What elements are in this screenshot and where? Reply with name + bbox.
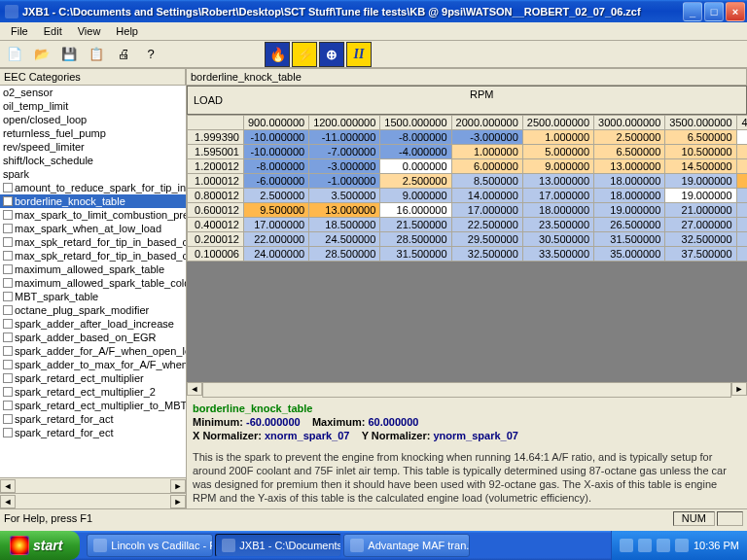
grid-cell[interactable]: 30.500000: [522, 232, 593, 247]
grid-cell[interactable]: 9.000000: [522, 159, 593, 174]
new-button[interactable]: 📄: [4, 44, 25, 65]
col-header[interactable]: 900.000000: [244, 116, 309, 130]
grid-cell[interactable]: 18.000000: [594, 189, 665, 203]
grid-cell[interactable]: -3.000000: [451, 130, 522, 145]
grid-cell[interactable]: -3.000000: [309, 159, 380, 174]
grid-cell[interactable]: 23.500000: [522, 218, 593, 232]
row-header[interactable]: 0.600012: [188, 203, 244, 218]
tree-item[interactable]: spark_retard_ect_multiplier_2: [0, 385, 186, 399]
grid-cell[interactable]: 31.500000: [380, 247, 451, 262]
col-header[interactable]: 1500.000000: [380, 116, 451, 130]
checkbox-icon[interactable]: [3, 414, 13, 424]
tree-item[interactable]: spark_retard_ect_multiplier_to_MBT: [0, 399, 186, 412]
grid-cell[interactable]: 17.000000: [244, 218, 309, 232]
grid-cell[interactable]: 8.500000: [451, 174, 522, 189]
grid-cell[interactable]: 14.000000: [451, 189, 522, 203]
grid-cell[interactable]: 32.500000: [451, 247, 522, 262]
grid-cell[interactable]: 24.000000: [244, 247, 309, 262]
checkbox-icon[interactable]: [3, 237, 13, 247]
tree-item[interactable]: spark_adder_for_A/F_when_open_loop: [0, 344, 186, 358]
grid-cell[interactable]: -6.000000: [244, 174, 309, 189]
save-button[interactable]: 💾: [58, 44, 80, 65]
sidebar-bottom-hscroll[interactable]: ◄ ►: [0, 493, 186, 508]
grid-cell[interactable]: 19.000000: [594, 203, 665, 218]
grid-cell[interactable]: 13.000000: [594, 159, 665, 174]
checkbox-icon[interactable]: [3, 196, 13, 206]
tree-item[interactable]: max_spk_retard_for_tip_in_based_on_air_: [0, 235, 186, 249]
grid-cell[interactable]: 33.500000: [522, 247, 593, 262]
taskbar-button[interactable]: Lincoln vs Cadillac - R...: [87, 534, 213, 557]
checkbox-icon[interactable]: [3, 346, 13, 356]
grid-cell[interactable]: -10.000000: [244, 130, 309, 145]
row-header[interactable]: 0.200012: [188, 232, 244, 247]
grid-cell[interactable]: 10.500000: [665, 145, 736, 159]
tree-item[interactable]: shift/lock_schedule: [0, 154, 186, 167]
taskbar-button[interactable]: Advantage MAF tran...: [343, 534, 470, 557]
grid-cell[interactable]: 3.500000: [309, 189, 380, 203]
tree-item[interactable]: spark_adder_based_on_EGR: [0, 331, 186, 344]
grid-cell[interactable]: 33.5000: [736, 232, 747, 247]
tree-item[interactable]: spark_retard_for_ect: [0, 426, 186, 439]
feature-icon-4[interactable]: II: [346, 42, 372, 67]
checkbox-icon[interactable]: [3, 210, 13, 220]
grid-cell[interactable]: 6.000000: [451, 159, 522, 174]
print-button[interactable]: 🖨: [113, 44, 134, 65]
grid-cell[interactable]: 17.000000: [451, 203, 522, 218]
grid-cell[interactable]: 9.000000: [380, 189, 451, 203]
scroll-right-icon[interactable]: ►: [170, 495, 186, 508]
checkbox-icon[interactable]: [3, 278, 13, 288]
scroll-left-icon[interactable]: ◄: [0, 495, 16, 508]
grid-cell[interactable]: -8.000000: [244, 159, 309, 174]
tray-icon[interactable]: [620, 539, 633, 552]
tree-item[interactable]: spark: [0, 167, 186, 181]
tree-item[interactable]: amount_to_reduce_spark_for_tip_in_cntrl: [0, 181, 186, 194]
grid-cell[interactable]: 8.5000: [736, 130, 747, 145]
tree-item[interactable]: maximum_allowed_spark_table: [0, 262, 186, 276]
menu-view[interactable]: View: [71, 24, 108, 38]
row-header[interactable]: 1.595001: [188, 145, 244, 159]
grid-cell[interactable]: 21.000000: [665, 203, 736, 218]
scroll-right-icon[interactable]: ►: [731, 382, 747, 396]
close-button[interactable]: ×: [726, 2, 745, 21]
checkbox-icon[interactable]: [3, 292, 13, 301]
row-header[interactable]: 1.999390: [188, 130, 244, 145]
tree-item[interactable]: open/closed_loop: [0, 113, 186, 126]
tree-item[interactable]: spark_retard_for_act: [0, 412, 186, 426]
grid-cell[interactable]: 13.000000: [522, 174, 593, 189]
grid-cell[interactable]: -4.000000: [380, 145, 451, 159]
feature-icon-2[interactable]: ⚡: [292, 42, 317, 67]
help-icon[interactable]: ?: [140, 44, 161, 65]
minimize-button[interactable]: _: [683, 2, 702, 21]
grid-cell[interactable]: 22.000000: [244, 232, 309, 247]
grid-cell[interactable]: 21.0000: [736, 189, 747, 203]
grid-cell[interactable]: 19.000000: [665, 174, 736, 189]
checkbox-icon[interactable]: [3, 373, 13, 383]
tree-item[interactable]: max_spk_retard_for_tip_in_based_on_TP: [0, 249, 186, 262]
tree-item[interactable]: max_spark_when_at_low_load: [0, 222, 186, 235]
grid-cell[interactable]: 28.500000: [380, 232, 451, 247]
tree-item[interactable]: rev/speed_limiter: [0, 140, 186, 154]
grid-cell[interactable]: 16.000000: [380, 203, 451, 218]
value-table[interactable]: 900.0000001200.0000001500.0000002000.000…: [187, 115, 747, 262]
col-header[interactable]: 3000.000000: [594, 116, 665, 130]
tree-item[interactable]: octane_plug_spark_modifier: [0, 303, 186, 317]
grid-cell[interactable]: 27.000000: [665, 218, 736, 232]
grid-cell[interactable]: 18.000000: [594, 174, 665, 189]
col-header[interactable]: 2500.000000: [522, 116, 593, 130]
grid-cell[interactable]: -10.000000: [244, 145, 309, 159]
checkbox-icon[interactable]: [3, 428, 13, 438]
taskbar-button[interactable]: JXB1 - C:\Documents ...: [215, 534, 341, 557]
grid-cell[interactable]: 37.500000: [665, 247, 736, 262]
grid-cell[interactable]: 32.500000: [665, 232, 736, 247]
grid-cell[interactable]: 13.000000: [309, 203, 380, 218]
grid-cell[interactable]: 2.500000: [594, 130, 665, 145]
tree-item[interactable]: borderline_knock_table: [0, 194, 186, 208]
grid-cell[interactable]: 18.000000: [522, 203, 593, 218]
grid-cell[interactable]: 35.000000: [594, 247, 665, 262]
scroll-left-icon[interactable]: ◄: [187, 382, 202, 396]
scroll-left-icon[interactable]: ◄: [0, 479, 16, 493]
menu-file[interactable]: File: [4, 24, 35, 38]
feature-icon-3[interactable]: ⊕: [319, 42, 344, 67]
category-tree[interactable]: o2_sensoroil_temp_limitopen/closed_loopr…: [0, 86, 186, 477]
grid-cell[interactable]: 19.000000: [665, 189, 736, 203]
